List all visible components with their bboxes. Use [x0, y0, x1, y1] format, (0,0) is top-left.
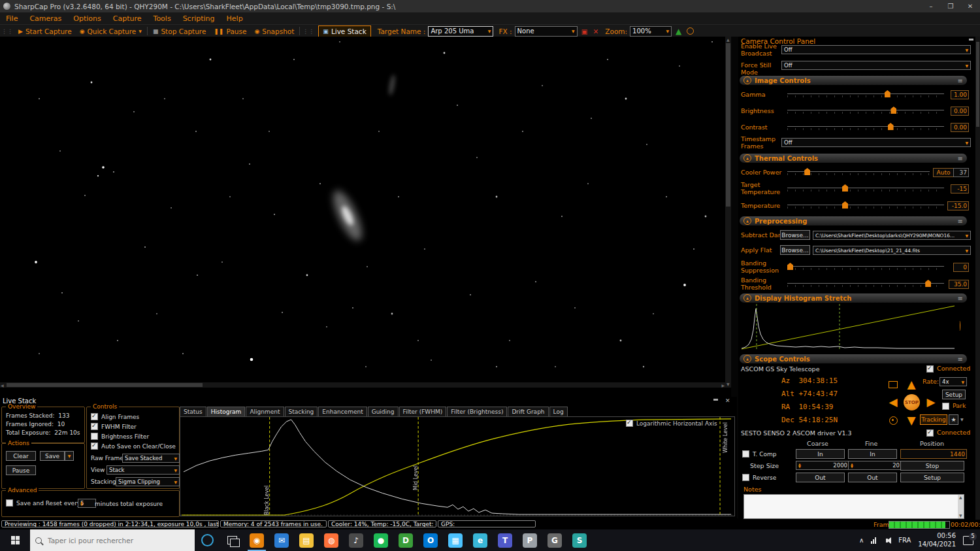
minimize-button[interactable]: – — [921, 0, 941, 12]
collapse-icon[interactable]: ▲ — [743, 217, 751, 225]
scope-setup-button[interactable]: Setup — [942, 390, 966, 399]
apply-flat-browse-button[interactable]: Browse... — [780, 245, 810, 255]
crosshair-icon[interactable]: ✕ — [591, 25, 600, 37]
histogram-stretch-icon[interactable]: ▲ — [672, 25, 685, 37]
section-display-histogram-stretch[interactable]: ▲ Display Histogram Stretch ≡ — [740, 293, 967, 303]
goto-star-button[interactable]: ★ — [949, 414, 958, 425]
live-stack-toggle[interactable]: ▣ Live Stack — [318, 25, 370, 37]
tray-expand-icon[interactable]: ∧ — [859, 537, 864, 544]
spinner-arrows-icon[interactable]: ▲▼ — [851, 463, 853, 468]
fx-combo[interactable]: None ▼ — [515, 26, 578, 37]
snapshot-button[interactable]: ◉ Snapshot — [250, 25, 298, 37]
reticle-icon[interactable]: ▣ — [578, 25, 592, 37]
quick-capture-button[interactable]: ◉ Quick Capture ▼ — [76, 25, 146, 37]
tracking-menu-icon[interactable]: ▼ — [960, 417, 964, 422]
section-menu-icon[interactable]: ≡ — [958, 155, 963, 162]
step-size-coarse-spinner[interactable]: 2000 ▲▼ — [796, 461, 850, 470]
banding-suppression-value[interactable]: 0 — [953, 263, 969, 272]
taskbar-search[interactable] — [30, 529, 195, 551]
zoom-combo[interactable]: 100% ▼ — [630, 26, 672, 37]
align-frames-checkbox[interactable]: Align Frames — [91, 413, 139, 420]
close-button[interactable]: ✕ — [960, 0, 980, 12]
banding-threshold-value[interactable]: 35.0 — [949, 280, 969, 289]
stack-histogram-plot[interactable]: Black Level Mid Level White Level Logari… — [180, 416, 735, 516]
slew-right-button[interactable]: ▶ — [923, 393, 939, 410]
target-temperature-slider[interactable] — [787, 184, 944, 192]
banding-threshold-thumb[interactable] — [925, 280, 931, 287]
contrast-slider-thumb[interactable] — [888, 123, 894, 130]
menu-item-capture[interactable]: Capture — [107, 14, 148, 23]
park-checkbox[interactable]: Park — [942, 403, 966, 410]
apply-flat-combo[interactable]: C:\Users\SharkFleet\Desktop\21_21_44.fit… — [813, 246, 971, 255]
brightness-slider[interactable] — [787, 107, 944, 114]
taskbar-app-gimp[interactable]: G — [542, 529, 567, 551]
cooler-power-slider[interactable] — [787, 168, 930, 175]
taskbar-app-firefox[interactable]: ◍ — [319, 529, 344, 551]
tab-log[interactable]: Log — [549, 407, 568, 416]
pause-stack-button[interactable]: Pause — [6, 465, 36, 475]
section-menu-icon[interactable]: ≡ — [958, 77, 963, 84]
taskbar-app-sharpcap[interactable]: ◉ — [244, 529, 269, 551]
log-axis-checkbox[interactable]: Logarithmic Horizontal Axis — [626, 420, 717, 427]
view-combo[interactable]: Stack ▼ — [106, 465, 180, 475]
pause-button[interactable]: ❚❚ Pause — [210, 25, 250, 37]
scroll-down-icon[interactable]: ▼ — [727, 382, 730, 387]
collapse-icon[interactable]: ▲ — [743, 154, 751, 162]
center-target-button[interactable] — [885, 412, 902, 429]
scroll-up-icon[interactable]: ▲ — [727, 37, 730, 42]
fwhm-filter-checkbox[interactable]: FWHM Filter — [91, 423, 137, 430]
menu-item-scripting[interactable]: Scripting — [177, 14, 221, 23]
cortana-button[interactable] — [195, 529, 220, 551]
taskbar-app-paint[interactable]: P — [517, 529, 542, 551]
slew-stop-button[interactable]: STOP — [904, 394, 920, 410]
language-indicator[interactable]: FRA — [898, 537, 911, 544]
tab-histogram[interactable]: Histogram — [207, 407, 246, 416]
vertical-scrollbar[interactable]: ▲ ▼ — [725, 37, 731, 388]
section-menu-icon[interactable]: ≡ — [958, 218, 963, 225]
section-image-controls[interactable]: ▲ Image Controls ≡ — [740, 76, 967, 85]
panel-scroll-thumb[interactable] — [976, 42, 979, 127]
scroll-up-icon[interactable]: ▲ — [959, 495, 962, 500]
force-still-mode-combo[interactable]: Off ▼ — [781, 61, 971, 70]
tab-drift-graph[interactable]: Drift Graph — [508, 407, 548, 416]
scroll-right-icon[interactable]: ▶ — [721, 383, 725, 388]
notes-scrollbar[interactable]: ▲ ▼ — [958, 495, 964, 518]
save-reset-checkbox[interactable]: Save and Reset every — [6, 499, 80, 507]
close-panel-icon[interactable]: ✕ — [725, 397, 730, 404]
network-icon[interactable] — [871, 537, 876, 544]
target-temperature-value[interactable]: -15 — [951, 184, 969, 193]
spinner-arrows-icon[interactable]: ▲▼ — [80, 501, 83, 506]
maximize-button[interactable]: ❐ — [941, 0, 960, 12]
horizontal-scrollbar[interactable]: ◀ ▶ — [0, 382, 725, 388]
gamma-slider-thumb[interactable] — [885, 90, 890, 97]
subtract-dark-combo[interactable]: C:\Users\SharkFleet\Desktop\darks\QHY290… — [813, 231, 971, 240]
taskbar-app-teams[interactable]: T — [493, 529, 517, 551]
minutes-spinner[interactable]: 5 ▲▼ — [78, 499, 96, 508]
brightness-value[interactable]: 0.00 — [951, 107, 969, 116]
focus-in-fine-button[interactable]: In — [848, 449, 897, 459]
taskbar-app-mail[interactable]: ✉ — [269, 529, 294, 551]
tab-stacking[interactable]: Stacking — [285, 407, 318, 416]
tab-filter-brightness[interactable]: Filter (Brightness) — [447, 407, 507, 416]
target-temperature-slider-thumb[interactable] — [842, 184, 848, 192]
target-name-combo[interactable]: Arp 205 Uma ▼ — [428, 26, 493, 37]
focus-in-coarse-button[interactable]: In — [796, 449, 845, 459]
banding-threshold-slider[interactable] — [787, 280, 944, 287]
collapse-icon[interactable]: ▲ — [743, 355, 751, 363]
taskbar-clock[interactable]: 00:56 14/04/2021 — [918, 532, 956, 548]
display-histogram[interactable] — [740, 304, 956, 351]
taskbar-app-edge[interactable]: e — [468, 529, 493, 551]
raw-frames-combo[interactable]: Save Stacked ▼ — [122, 454, 180, 463]
collapse-icon[interactable]: ▲ — [743, 76, 751, 84]
collapse-icon[interactable]: ▲ — [743, 294, 751, 302]
stop-capture-button[interactable]: ■ Stop Capture — [149, 25, 210, 37]
gamma-slider[interactable] — [787, 90, 944, 97]
tab-filter-fwhm[interactable]: Filter (FWHM) — [399, 407, 447, 416]
volume-icon[interactable] — [883, 537, 891, 544]
image-viewport[interactable] — [0, 37, 725, 382]
scope-connected-checkbox[interactable]: Connected — [926, 365, 970, 373]
tracking-toggle[interactable]: Tracking — [920, 414, 947, 425]
start-button[interactable] — [0, 529, 30, 551]
menu-item-options[interactable]: Options — [67, 14, 106, 23]
rate-combo[interactable]: 4x ▼ — [939, 377, 967, 386]
